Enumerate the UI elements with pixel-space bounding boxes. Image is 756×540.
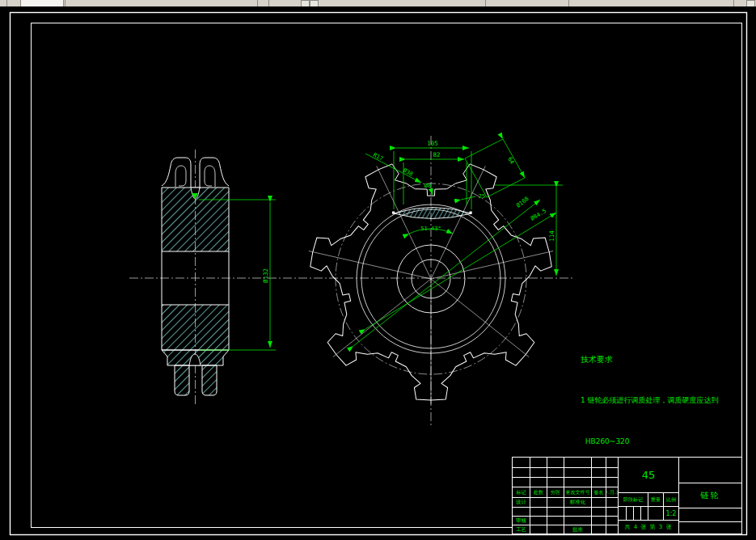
dim-label-height: 114 — [548, 230, 555, 242]
grip-point[interactable] — [470, 212, 472, 214]
dim-label-outer-width: 105 — [427, 140, 438, 147]
scale-value: 1:2 — [664, 507, 678, 520]
dimension-pitch-dia-line — [365, 213, 556, 329]
tech-requirements-title: 技术要求 — [581, 352, 742, 366]
dimension-outer-dia-line — [353, 200, 540, 346]
dim-label-hub-diameter: Ø132 — [262, 268, 269, 283]
material-value: 45 — [619, 458, 678, 492]
tech-requirement-line: HB260~320 — [581, 435, 742, 449]
centerlines — [129, 136, 572, 426]
role-approve: 批准 — [564, 525, 591, 534]
toolbar-separator — [6, 0, 7, 6]
revision-cell — [513, 458, 530, 467]
leader-tooth-offset — [461, 196, 475, 200]
header-weight: 重量 — [648, 493, 663, 506]
dim-label-tooth-offset: 25 — [479, 193, 485, 200]
grip-point[interactable] — [392, 212, 395, 214]
title-block: 标记 处数 分区 更改文件号 签名 年.月.日 设计 标准化 审核 工艺 批准 — [512, 457, 742, 534]
dim-label-outer-dia: Ø108 — [515, 196, 530, 209]
header-count: 处数 — [530, 487, 547, 497]
side-view: Ø132 — [162, 158, 276, 395]
weight-value — [648, 507, 663, 520]
section-hatch-lower — [162, 305, 229, 350]
toolbar-field-fragment — [20, 0, 64, 6]
title-block-revision-section: 标记 处数 分区 更改文件号 签名 年.月.日 设计 标准化 审核 工艺 批准 — [513, 458, 618, 534]
dimension-inner-width — [403, 159, 467, 205]
dim-label-notch: Ø8 — [424, 183, 431, 189]
cad-application-window: Ø132 — [0, 0, 756, 540]
rim-flange-bottom-right — [202, 365, 217, 395]
rim-flange-top-right — [200, 158, 229, 188]
dim-label-inner-width: 82 — [433, 151, 440, 158]
toolbar-separator — [268, 0, 269, 6]
role-design: 设计 — [513, 498, 530, 507]
rim-flange-bottom-left — [175, 365, 189, 395]
toolbar-separator — [568, 0, 569, 6]
header-signature: 签名 — [592, 487, 606, 497]
toolbar-separator — [65, 0, 65, 6]
front-view: 105 82 R17 Ø38 Ø8 25 — [307, 139, 563, 405]
title-block-middle-section: 45 阶段标记 重量 比例 1:2 共 4 张 第 3 张 — [619, 458, 678, 534]
header-mark: 标记 — [513, 487, 530, 497]
title-block-right-section: 链轮 — [679, 458, 741, 534]
toolbar-separator — [485, 0, 486, 6]
header-scale: 比例 — [664, 493, 678, 506]
drawing-canvas[interactable]: Ø132 — [0, 6, 756, 540]
dim-label-tooth-radius: R17 — [372, 152, 384, 162]
dim-label-tooth-length: 64 — [506, 156, 515, 165]
dimension-tooth-length — [465, 139, 525, 197]
company-cell — [679, 458, 741, 483]
dim-label-pitch-angle: 51.43° — [420, 226, 441, 232]
toolbar-separator — [733, 0, 734, 6]
sheet-info: 共 4 张 第 3 张 — [619, 521, 678, 534]
rim-flange-top-left — [162, 158, 191, 188]
drawing-number-cell — [679, 508, 741, 521]
toolbar-separator — [257, 0, 258, 6]
role-standardize: 标准化 — [564, 498, 591, 507]
header-date: 年.月.日 — [606, 487, 618, 497]
tech-requirement-line: 1 链轮必须进行调质处理，调质硬度应达到 — [581, 394, 742, 407]
header-stage-mark: 阶段标记 — [619, 493, 648, 506]
header-change-file: 更改文件号 — [564, 487, 591, 497]
role-process: 工艺 — [513, 525, 530, 534]
header-zone: 分区 — [547, 487, 564, 497]
part-name: 链轮 — [679, 483, 741, 508]
role-audit: 审核 — [513, 517, 530, 525]
